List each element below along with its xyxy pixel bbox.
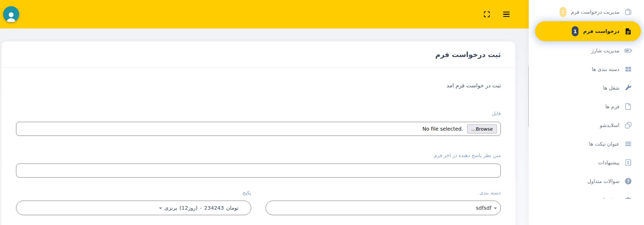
contacts-icon	[624, 158, 632, 167]
comment-field-label: متن نظر پاسخ دهنده در اخر فرم	[16, 152, 501, 158]
sidebar-item-label: پیشنهادات	[598, 160, 619, 166]
content-card: ثبت درخواست فرم ثبت در خواست فرم امد فای…	[2, 41, 515, 225]
pages-icon	[624, 8, 632, 16]
sidebar-item-label: سوالات متداول	[588, 178, 619, 184]
chevron-down-icon	[159, 207, 162, 209]
sidebar-item-ticket-titles[interactable]: عنوان تیکت ها	[529, 135, 644, 153]
category-field-label: دسته بندی	[266, 190, 501, 195]
users-icon	[624, 196, 632, 199]
slideshow-icon	[624, 121, 632, 129]
sidebar-item-roles[interactable]: نقش ها	[529, 191, 644, 199]
package-field-label: پکیج	[16, 190, 251, 195]
svg-text:?: ?	[627, 179, 629, 184]
sidebar-item-forms[interactable]: فرم ها	[529, 97, 644, 116]
sidebar-item-label: اسلایدشو	[600, 122, 619, 128]
sidebar-item-form-request-management[interactable]: مدیریت درخواست فرم 2	[529, 3, 644, 21]
file-icon	[624, 102, 632, 111]
category-package-row: دسته بندی sdfsdf پکیج برنزی	[16, 190, 501, 215]
category-column: دسته بندی sdfsdf	[266, 190, 501, 215]
package-select[interactable]: برنزی (12روز) - 234243 تومان	[16, 201, 251, 215]
sidebar-item-form-request[interactable]: درخواست فرم 1	[535, 21, 641, 41]
sidebar-item-label: مدیریت شارژ	[591, 48, 619, 54]
sidebar-item-categories[interactable]: دسته بندی ها	[529, 60, 644, 79]
sidebar-item-label: مدیریت درخواست فرم	[571, 9, 619, 15]
page-title: ثبت درخواست فرم	[435, 51, 501, 59]
sidebar-item-suggestions[interactable]: پیشنهادات	[529, 153, 644, 172]
sidebar-item-label: عنوان تیکت ها	[589, 141, 619, 147]
file-upload-input[interactable]: ...Browse No file selected.	[16, 122, 501, 136]
help-icon: ?	[624, 177, 632, 185]
category-selected-value: sdfsdf	[476, 205, 491, 211]
status-badge: 2	[560, 7, 566, 17]
sidebar-item-label: فرم ها	[605, 104, 619, 110]
user-avatar[interactable]	[3, 6, 19, 22]
comment-text-input[interactable]	[16, 164, 501, 178]
file-field-label: فایل	[16, 110, 501, 116]
sidebar-item-label: درخواست فرم	[583, 28, 619, 34]
sidebar-nav: مدیریت درخواست فرم 2 درخواست فرم 1	[529, 0, 644, 199]
top-header-bar	[0, 0, 529, 29]
person-icon	[5, 10, 18, 22]
section-heading: ثبت در خواست فرم امد	[16, 82, 501, 89]
sidebar-item-faq[interactable]: ? سوالات متداول	[529, 172, 644, 191]
card-header: ثبت درخواست فرم	[2, 41, 515, 68]
hamburger-icon[interactable]	[503, 12, 510, 17]
list-icon	[624, 140, 632, 148]
sidebar-item-slideshow[interactable]: اسلایدشو	[529, 116, 644, 135]
sidebar-item-label: شغل ها	[603, 85, 619, 91]
status-badge: 1	[572, 26, 578, 36]
category-select[interactable]: sdfsdf	[266, 201, 501, 215]
sidebar-item-charge-management[interactable]: مدیریت شارژ	[529, 41, 644, 60]
fullscreen-icon[interactable]	[483, 11, 490, 18]
battery-icon	[624, 46, 632, 55]
package-selected-value: برنزی (12روز) - 234243 تومان	[159, 205, 238, 211]
sidebar-item-label: دسته بندی ها	[592, 66, 619, 72]
grid-icon	[624, 65, 632, 73]
chevron-down-icon	[494, 207, 497, 209]
file-text-icon	[624, 27, 632, 36]
sidebar-item-label: نقش ها	[603, 197, 619, 199]
wrench-icon	[624, 84, 632, 92]
sidebar-item-jobs[interactable]: شغل ها	[529, 79, 644, 97]
file-status-text: No file selected.	[422, 126, 463, 132]
sidebar: مدیریت درخواست فرم 2 درخواست فرم 1	[529, 0, 644, 225]
card-body: ثبت در خواست فرم امد فایل ...Browse No f…	[2, 82, 515, 215]
package-column: پکیج برنزی (12روز) - 234243 تومان	[16, 190, 251, 215]
browse-button[interactable]: ...Browse	[467, 124, 497, 133]
main-area: ثبت درخواست فرم ثبت در خواست فرم امد فای…	[0, 0, 529, 225]
